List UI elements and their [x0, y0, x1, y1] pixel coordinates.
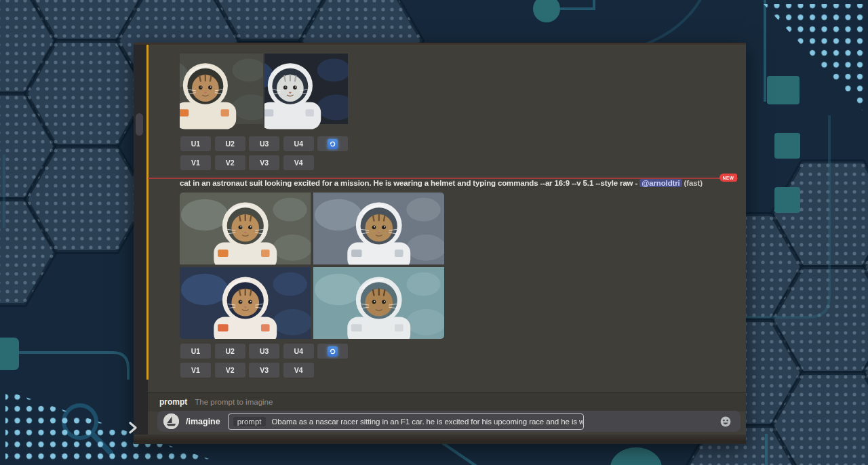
reroll-button[interactable] [317, 344, 348, 359]
midjourney-sailboat-icon [163, 413, 179, 429]
separator: - [635, 179, 637, 187]
v3-button[interactable]: V3 [249, 155, 279, 170]
option-name: prompt [159, 397, 187, 407]
u4-button[interactable]: U4 [283, 344, 314, 359]
grid-image-4[interactable] [313, 267, 445, 340]
discord-window: U1 U2 U3 U4 V1 V2 V3 V4 NEW cat in an [134, 43, 746, 444]
option-hint: The prompt to imagine [195, 398, 273, 406]
grid-image-1[interactable] [180, 193, 311, 265]
message-input-bar[interactable]: /imagine prompt Obama as a nascar racer … [157, 411, 741, 432]
refresh-icon [328, 139, 338, 149]
u1-button[interactable]: U1 [180, 136, 211, 151]
message-prompt-text: cat in an astronaut suit looking excited… [180, 179, 736, 187]
variation-button-row: V1 V2 V3 V4 [180, 155, 314, 170]
u2-button[interactable]: U2 [215, 136, 245, 151]
desktop: U1 U2 U3 U4 V1 V2 V3 V4 NEW cat in an [0, 0, 868, 465]
upscale-button-row: U1 U2 U3 U4 [180, 136, 348, 151]
v2-button[interactable]: V2 [215, 155, 245, 170]
v3-button[interactable]: V3 [249, 363, 279, 378]
v4-button[interactable]: V4 [283, 155, 314, 170]
highlight-bar [146, 45, 149, 380]
prompt-text: cat in an astronaut suit looking excited… [180, 179, 633, 187]
u2-button[interactable]: U2 [215, 344, 245, 359]
preview-image[interactable] [180, 45, 263, 133]
upscale-preview-pair [180, 45, 348, 133]
scrollbar-thumb[interactable] [136, 113, 143, 136]
reroll-button[interactable] [317, 136, 348, 151]
u4-button[interactable]: U4 [283, 136, 314, 151]
field-label: prompt [233, 417, 266, 426]
image-grid [180, 193, 444, 339]
prompt-option-field[interactable]: prompt Obama as a nascar racer sitting i… [228, 413, 584, 430]
user-mention[interactable]: @arnoldtri [639, 179, 682, 187]
u1-button[interactable]: U1 [180, 344, 211, 359]
u3-button[interactable]: U3 [249, 136, 279, 151]
prompt-input-value[interactable]: Obama as a nascar racer sitting in an F1… [272, 418, 584, 426]
preview-image[interactable] [264, 45, 348, 133]
chevron-right-icon[interactable] [129, 422, 137, 434]
speed-mode-label: (fast) [684, 179, 703, 187]
grid-image-3[interactable] [180, 267, 311, 340]
window-left-rail [134, 45, 148, 442]
v1-button[interactable]: V1 [180, 155, 211, 170]
variation-button-row: V1 V2 V3 V4 [180, 363, 314, 378]
v2-button[interactable]: V2 [215, 363, 245, 378]
grid-image-2[interactable] [313, 193, 445, 265]
v4-button[interactable]: V4 [283, 363, 314, 378]
upscale-button-row: U1 U2 U3 U4 [180, 344, 348, 359]
refresh-icon [328, 346, 338, 357]
emoji-picker-icon[interactable] [719, 416, 732, 428]
command-option-popup[interactable]: prompt The prompt to imagine [148, 392, 746, 411]
window-bottom-edge [134, 434, 746, 442]
slash-command-label: /imagine [186, 417, 220, 426]
u3-button[interactable]: U3 [249, 344, 279, 359]
v1-button[interactable]: V1 [180, 363, 211, 378]
